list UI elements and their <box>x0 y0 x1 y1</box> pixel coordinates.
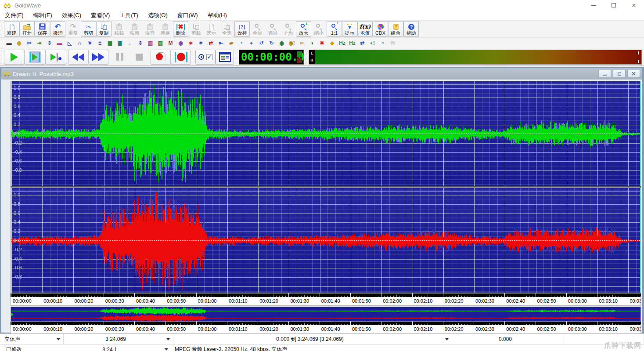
toolbar-grip[interactable] <box>1 39 3 47</box>
menu-tool[interactable]: 工具(T) <box>115 11 143 20</box>
selection-start-marker[interactable] <box>11 188 11 293</box>
amplitude-label: -0.8 <box>14 167 22 173</box>
dc-offset-icon[interactable]: ▬ <box>4 39 14 47</box>
zoom-in-button[interactable]: +放大 <box>296 21 311 37</box>
maximize-icon[interactable]: ▣ <box>115 39 125 47</box>
offset-icon[interactable]: ± <box>95 39 105 47</box>
toolbar-grip[interactable] <box>1 22 3 36</box>
linked-knobs-icon[interactable]: ∞ <box>297 39 307 47</box>
red-light <box>297 58 302 63</box>
selection-end-marker[interactable] <box>640 188 640 293</box>
group-button[interactable]: ?组合 <box>388 21 403 37</box>
total-length-cell[interactable]: 3:24.069 <box>64 334 173 344</box>
channel-knob-icon[interactable]: ◐! <box>367 39 378 47</box>
invert-icon[interactable]: ∩ <box>75 39 85 47</box>
swap-cancel-icon[interactable]: ⇄ <box>206 39 216 47</box>
menu-help[interactable]: 帮助(H) <box>203 11 232 20</box>
document-restore-button[interactable] <box>613 70 626 77</box>
mechanize-icon[interactable]: ✳ <box>85 39 95 47</box>
hint-button[interactable]: ▼提示 <box>342 21 357 37</box>
menu-options[interactable]: 选项(O) <box>143 11 173 20</box>
document-title-bar[interactable]: Dream_It_Possible.mp3 ✕ <box>1 68 642 80</box>
fade-icon[interactable]: ◺ <box>65 39 75 47</box>
fast-forward-button[interactable] <box>88 50 108 65</box>
seek-bound-icon[interactable]: ⇥ <box>34 39 44 47</box>
pan-icon[interactable]: ◆ <box>327 39 337 47</box>
rewind-button[interactable] <box>68 50 88 65</box>
balance-icon[interactable]: ◑ <box>307 39 317 47</box>
knob-teal-icon[interactable]: ◔ <box>236 39 246 47</box>
trim-left-icon[interactable]: ⇤ <box>216 39 226 47</box>
timer-icon[interactable]: ◔ <box>378 39 388 47</box>
tools-icon[interactable]: ✶ <box>196 39 206 47</box>
equalizer-icon[interactable]: ▦ <box>105 39 115 47</box>
scatter-icon[interactable]: ∗ <box>186 39 196 47</box>
menu-view[interactable]: 查看(V) <box>86 11 115 20</box>
rate-icon[interactable]: Hz <box>337 39 347 47</box>
zoom-1-1-button[interactable]: ¹1:1 <box>327 21 342 37</box>
undo-button[interactable]: ↶撤消 <box>50 21 65 37</box>
document-close-button[interactable]: ✕ <box>627 70 640 77</box>
menu-effect[interactable]: 效果(C) <box>57 11 86 20</box>
delete-button[interactable]: |✖|删除 <box>173 21 188 37</box>
rotate-left-knob-icon[interactable]: ↺ <box>256 39 266 47</box>
alert-knob-icon[interactable]: ◉! <box>287 39 297 47</box>
play-button[interactable] <box>4 50 24 65</box>
zero-line <box>11 134 640 134</box>
new-button[interactable]: 新建 <box>4 21 19 37</box>
expander-icon[interactable]: ⇕ <box>44 39 54 47</box>
play-selection-button[interactable] <box>24 50 45 65</box>
open-button[interactable]: 打开 <box>19 21 35 37</box>
selection-end-marker[interactable] <box>640 81 640 186</box>
mute-icon[interactable]: ✖ <box>317 39 327 47</box>
cdx-button[interactable]: CDX <box>373 21 388 37</box>
evaluate-button[interactable]: f(x)求值 <box>357 21 373 37</box>
rotate-right-knob-icon[interactable]: ↻ <box>266 39 277 47</box>
volume-knob-icon[interactable]: ◉ <box>277 39 287 47</box>
length-unit-select[interactable] <box>162 345 171 351</box>
maximize-button[interactable] <box>604 0 624 11</box>
spectrum-icon[interactable]: ▥ <box>145 39 155 47</box>
document-minimize-button[interactable] <box>598 70 611 77</box>
silence-icon[interactable]: ✂ <box>24 39 34 47</box>
knob-icon[interactable]: ● <box>246 39 256 47</box>
overview-ruler[interactable]: 00:00:0000:00:1000:00:2000:00:3000:00:40… <box>11 325 641 334</box>
control-properties-button[interactable] <box>216 50 234 65</box>
set-marker-button[interactable]: |?|设标 <box>234 21 250 37</box>
help-button[interactable]: ?帮助 <box>403 21 419 37</box>
cut-button[interactable]: ✂剪切 <box>81 21 96 37</box>
band-icon[interactable]: ▰ <box>226 39 236 47</box>
playback-start-marker[interactable] <box>11 312 14 317</box>
copy-button[interactable]: 复制 <box>96 21 112 37</box>
matrix-icon[interactable]: ▧ <box>155 39 165 47</box>
menu-window[interactable]: 窗口(W) <box>173 11 203 20</box>
toolbar-grip[interactable] <box>235 50 237 63</box>
selection-start-marker[interactable] <box>11 81 11 186</box>
overview-strip[interactable] <box>11 307 641 322</box>
filter-icon[interactable]: ▬ <box>54 39 65 47</box>
record-button[interactable] <box>171 50 191 65</box>
reverse-arrow-icon[interactable]: ← <box>125 39 135 47</box>
timewarp-icon[interactable]: ⇄ <box>357 39 367 47</box>
multiview-icon[interactable]: ◉ <box>176 39 186 47</box>
toolbar-grip[interactable] <box>1 50 3 63</box>
save-button[interactable]: 保存 <box>35 21 50 37</box>
monitor-toggle-button[interactable]: ✓ <box>195 50 216 65</box>
minimize-button[interactable] <box>583 0 604 11</box>
menu-file[interactable]: 文件(F) <box>0 11 29 20</box>
time-label: 00:03:10 <box>599 326 618 332</box>
close-button[interactable]: ✕ <box>624 0 644 11</box>
resample-icon[interactable]: Hz <box>347 39 357 47</box>
channel-mode-cell[interactable]: 立体声 <box>0 334 64 344</box>
waveform-left-channel[interactable]: 1.00.80.60.40.20.0-0.2-0.4-0.6-0.8 <box>11 81 641 186</box>
volume-shape-icon[interactable]: ⇕ <box>135 39 145 47</box>
waveform-right-channel[interactable]: 1.00.80.60.40.20.0-0.2-0.4-0.6-0.8 <box>11 188 641 293</box>
doppler-icon[interactable]: ◉ <box>14 39 24 47</box>
selection-range-cell[interactable]: 0.000 到 3:24.069 (3:24.069) <box>173 334 452 344</box>
mono-mix-icon[interactable]: M <box>165 39 176 47</box>
time-ruler[interactable]: 00:00:0000:00:1000:00:2000:00:3000:00:40… <box>11 297 641 306</box>
record-new-button[interactable] <box>151 50 171 65</box>
toolbar-grip[interactable] <box>306 50 307 63</box>
menu-edit[interactable]: 编辑(E) <box>29 11 57 20</box>
play-from-marker-button[interactable] <box>45 50 66 65</box>
